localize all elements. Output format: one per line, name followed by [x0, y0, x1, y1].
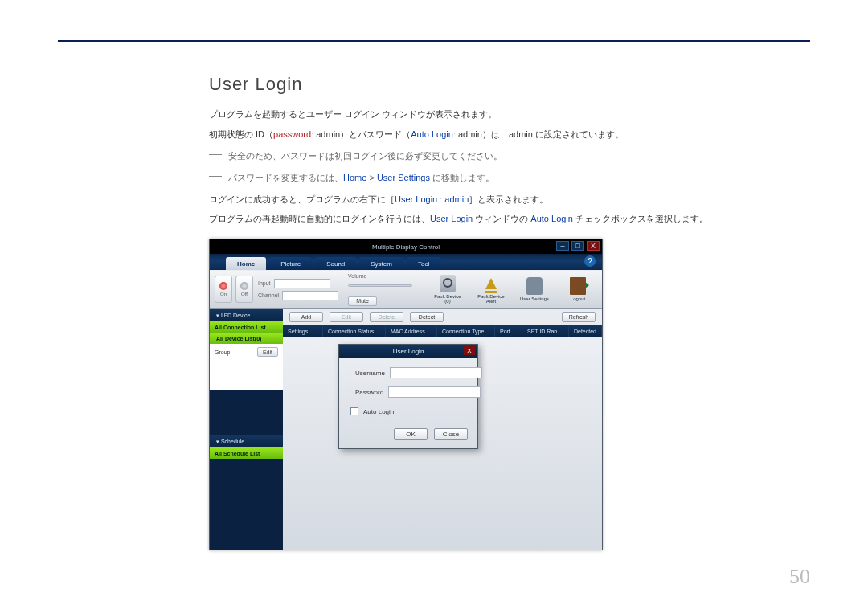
- top-rule: [58, 40, 810, 42]
- fault-alert-button[interactable]: Fault Device Alert: [472, 275, 510, 304]
- dialog-ok-button[interactable]: OK: [394, 428, 428, 440]
- delete-button[interactable]: Delete: [370, 312, 403, 322]
- keyword-auto-login: Auto Login: [530, 214, 573, 223]
- toolbar: On Off Input Channel Volume Mute Fault D…: [210, 270, 602, 309]
- tab-tool[interactable]: Tool: [407, 257, 441, 270]
- tab-system[interactable]: System: [359, 257, 403, 270]
- note-line: パスワードを変更するには、Home > User Settings に移動します…: [209, 170, 828, 186]
- add-button[interactable]: Add: [289, 312, 323, 322]
- edit-button[interactable]: Edit: [330, 312, 363, 322]
- note-line: 安全のため、パスワードは初回ログイン後に必ず変更してください。: [209, 148, 828, 165]
- app-titlebar: Multiple Display Control – □ X: [210, 239, 602, 254]
- volume-slider[interactable]: [348, 281, 412, 291]
- paragraph: プログラムの再起動時に自動的にログインを行うには、User Login ウィンド…: [209, 210, 828, 227]
- col-conn-type[interactable]: Connection Type: [437, 325, 495, 337]
- section-title: User Login: [209, 74, 828, 95]
- keyword-auto-login: Auto Login: [411, 129, 453, 139]
- magnifier-icon: [440, 275, 456, 292]
- dialog-title: User Login X: [339, 345, 477, 358]
- logout-button[interactable]: Logout: [559, 277, 597, 302]
- username-label: Username: [355, 370, 385, 377]
- bell-icon: [483, 275, 499, 292]
- mute-button[interactable]: Mute: [348, 296, 377, 306]
- password-label: Password: [355, 389, 383, 396]
- sidebar-section-schedule[interactable]: ▾ Schedule: [210, 435, 283, 447]
- dash-icon: [209, 154, 222, 155]
- col-setid[interactable]: SET ID Ran...: [522, 325, 569, 337]
- menubar: Home Picture Sound System Tool ?: [210, 254, 602, 270]
- paragraph: プログラムを起動するとユーザー ログイン ウィンドウが表示されます。: [209, 106, 828, 123]
- window-minimize-button[interactable]: –: [556, 241, 569, 251]
- channel-label: Channel: [258, 292, 279, 298]
- keyword-user-settings: User Settings: [377, 173, 430, 182]
- sidebar-group-row: Group Edit: [210, 344, 283, 360]
- user-login-dialog: User Login X Username Password: [338, 344, 478, 449]
- app-title: Multiple Display Control: [372, 243, 440, 251]
- sidebar-section-lfd[interactable]: ▾ LFD Device: [210, 309, 283, 321]
- window-close-button[interactable]: X: [587, 241, 600, 251]
- tab-picture[interactable]: Picture: [269, 257, 312, 270]
- sidebar-group-label: Group: [215, 349, 230, 355]
- keyword-password: password: [273, 129, 311, 139]
- col-detected[interactable]: Detected: [569, 325, 602, 337]
- dash-icon: [209, 176, 222, 177]
- col-settings[interactable]: Settings: [283, 325, 323, 337]
- sidebar: ▾ LFD Device All Connection List All Dev…: [210, 309, 283, 550]
- col-port[interactable]: Port: [495, 325, 522, 337]
- help-icon[interactable]: ?: [584, 255, 596, 267]
- keyword-user-login: User Login: [430, 214, 473, 223]
- keyword-user-login-admin: User Login : admin: [395, 194, 469, 204]
- password-input[interactable]: [388, 386, 481, 398]
- col-mac[interactable]: MAC Address: [386, 325, 437, 337]
- dialog-close-text-button[interactable]: Close: [434, 428, 468, 440]
- col-conn-status[interactable]: Connection Status: [323, 325, 386, 337]
- paragraph: 初期状態の ID（password: admin）とパスワード（Auto Log…: [209, 126, 828, 143]
- auto-login-label: Auto Login: [363, 408, 394, 415]
- input-select[interactable]: [274, 279, 330, 288]
- sidebar-all-device[interactable]: All Device List(0): [210, 333, 283, 344]
- app-screenshot: Multiple Display Control – □ X Home Pict…: [209, 239, 603, 550]
- volume-label: Volume: [348, 273, 366, 279]
- fault-device-button[interactable]: Fault Device (0): [428, 275, 467, 304]
- tab-home[interactable]: Home: [226, 257, 266, 270]
- input-label: Input: [258, 280, 271, 286]
- page-number: 50: [789, 565, 810, 589]
- sidebar-all-connection[interactable]: All Connection List: [210, 321, 283, 333]
- keyword-home: Home: [343, 173, 366, 182]
- auto-login-checkbox[interactable]: [350, 407, 358, 415]
- power-on-button[interactable]: On: [215, 276, 232, 303]
- channel-select[interactable]: [282, 291, 338, 300]
- dialog-close-button[interactable]: X: [464, 346, 475, 355]
- sidebar-all-schedule[interactable]: All Schedule List: [210, 447, 283, 459]
- detect-button[interactable]: Detect: [410, 312, 444, 322]
- window-maximize-button[interactable]: □: [571, 241, 584, 251]
- table-header: Settings Connection Status MAC Address C…: [283, 325, 602, 337]
- power-off-button[interactable]: Off: [235, 276, 253, 303]
- refresh-button[interactable]: Refresh: [562, 312, 596, 322]
- logout-icon: [570, 277, 586, 295]
- paragraph: ログインに成功すると、プログラムの右下に［User Login : admin］…: [209, 191, 828, 208]
- user-settings-button[interactable]: User Settings: [515, 277, 554, 302]
- sidebar-group-edit-button[interactable]: Edit: [257, 347, 278, 357]
- tab-sound[interactable]: Sound: [315, 257, 356, 270]
- user-icon: [526, 277, 542, 295]
- username-input[interactable]: [390, 367, 482, 378]
